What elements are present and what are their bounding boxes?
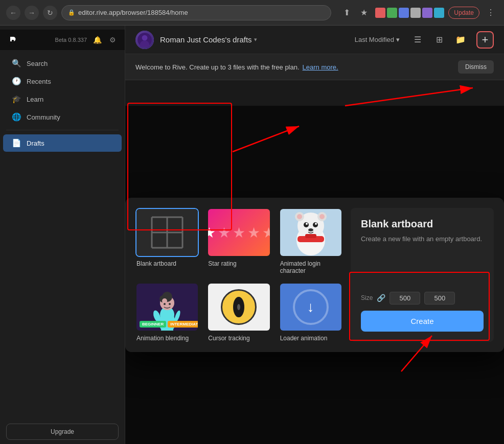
create-button[interactable]: Create	[361, 311, 484, 332]
settings-button[interactable]: ⚙	[106, 34, 119, 46]
eyeball	[221, 289, 257, 325]
sidebar-item-drafts-label: Drafts	[27, 139, 44, 147]
svg-point-18	[315, 223, 317, 225]
sidebar-item-drafts[interactable]: 📄 Drafts	[3, 134, 122, 152]
ext-icon-3	[399, 8, 409, 18]
template-name-anim: Animation blending	[135, 335, 199, 342]
thumb-star-bg: ★ ★ ★ ★ ★	[208, 209, 269, 256]
bookmark-button[interactable]: ★	[357, 6, 371, 20]
svg-point-17	[306, 223, 308, 225]
template-name-star: Star rating	[207, 260, 270, 267]
refresh-button[interactable]: ↻	[43, 6, 57, 20]
template-name-cursor: Cursor tracking	[207, 335, 270, 342]
badge-beginner: Beginner	[140, 321, 166, 328]
view-folder-button[interactable]: 📁	[453, 32, 468, 48]
template-card-loader[interactable]: ↓ Loader animation	[279, 283, 342, 342]
template-card-cursor[interactable]: Cursor tracking	[207, 283, 270, 342]
svg-point-14	[319, 214, 325, 219]
thumb-login-bg	[280, 209, 341, 256]
svg-point-1	[142, 35, 148, 40]
template-card-star[interactable]: ★ ★ ★ ★ ★ Star rating	[207, 208, 270, 274]
template-thumb-star: ★ ★ ★ ★ ★	[207, 208, 270, 257]
link-icon: 🔗	[377, 294, 385, 302]
search-icon: 🔍	[11, 59, 21, 68]
ext-icon-4	[410, 8, 421, 18]
main-content: Roman Just Codes's drafts ▾ Last Modifie…	[125, 26, 504, 444]
loader-arrow-icon: ↓	[307, 299, 314, 315]
learn-icon: 🎓	[11, 95, 21, 104]
draft-title: Roman Just Codes's drafts ▾	[160, 35, 257, 44]
avatar	[135, 31, 154, 49]
new-file-button[interactable]: +	[476, 31, 494, 49]
height-input[interactable]	[424, 292, 455, 305]
template-card-anim[interactable]: Beginner Intermediate Expert Animation b…	[135, 283, 199, 342]
avatar-inner	[135, 31, 154, 49]
forward-button[interactable]: →	[25, 6, 39, 20]
svg-point-33	[169, 303, 171, 305]
thumb-blank-bg	[136, 209, 198, 256]
template-name-blank: Blank artboard	[135, 260, 199, 267]
svg-line-34	[345, 88, 473, 106]
learn-more-link[interactable]: Learn more.	[303, 63, 338, 71]
width-input[interactable]	[390, 292, 420, 305]
menu-button[interactable]: ⋮	[484, 6, 498, 20]
sidebar-icon-row: 🔔 ⚙	[91, 34, 119, 46]
sidebar-nav: 🔍 Search 🕐 Recents 🎓 Learn 🌐 Community 📄…	[0, 50, 125, 156]
draft-title-text: Roman Just Codes's drafts	[160, 35, 252, 44]
update-button[interactable]: Update	[448, 7, 479, 19]
new-file-modal: Blank artboard ★ ★ ★ ★	[125, 198, 504, 352]
thumb-cursor-bg	[208, 284, 269, 331]
size-label: Size	[361, 294, 373, 301]
sidebar-item-recents[interactable]: 🕐 Recents	[3, 73, 122, 90]
extension-icons	[375, 8, 444, 18]
pupil-inner	[237, 304, 240, 310]
detail-description: Create a new file with an empty artboard…	[361, 234, 484, 283]
thumb-anim-bg: Beginner Intermediate Expert	[136, 284, 198, 331]
upgrade-button[interactable]: Upgrade	[6, 424, 119, 440]
sidebar-item-community-label: Community	[27, 113, 60, 121]
template-thumb-cursor	[207, 283, 270, 332]
rive-logo	[6, 33, 20, 47]
address-bar[interactable]: 🔒 editor.rive.app/browser/188584/home	[61, 5, 331, 20]
sidebar-item-search[interactable]: 🔍 Search	[3, 55, 122, 72]
share-button[interactable]: ⬆	[339, 6, 354, 20]
community-icon: 🌐	[11, 112, 21, 122]
sidebar: Beta 0.8.337 🔔 ⚙ 🔍 Search 🕐 Recents 🎓 Le…	[0, 26, 125, 444]
detail-title: Blank artboard	[361, 218, 484, 230]
sidebar-item-learn[interactable]: 🎓 Learn	[3, 90, 122, 108]
sort-chevron: ▾	[396, 36, 400, 43]
thumb-loader-bg: ↓	[280, 284, 341, 331]
ext-icon-2	[387, 8, 397, 18]
lock-icon: 🔒	[68, 9, 75, 16]
app-layout: Beta 0.8.337 🔔 ⚙ 🔍 Search 🕐 Recents 🎓 Le…	[0, 26, 504, 444]
modal-overlay: Blank artboard ★ ★ ★ ★	[125, 106, 504, 444]
draft-title-chevron: ▾	[254, 36, 257, 43]
notifications-button[interactable]: 🔔	[91, 34, 103, 46]
size-row: Size 🔗	[361, 292, 484, 305]
stars-display: ★ ★ ★ ★ ★	[207, 224, 270, 241]
svg-point-31	[162, 298, 167, 303]
view-grid-button[interactable]: ⊞	[431, 32, 447, 48]
template-card-blank[interactable]: Blank artboard	[135, 208, 199, 274]
svg-point-32	[164, 303, 166, 305]
dismiss-button[interactable]: Dismiss	[458, 60, 494, 74]
files-area: Blank artboard ★ ★ ★ ★	[125, 80, 504, 444]
template-thumb-login	[279, 208, 342, 257]
welcome-text: Welcome to Rive. Create up to 3 files wi…	[135, 63, 300, 71]
loader-circle: ↓	[293, 289, 329, 325]
browser-actions: ⬆ ★	[339, 6, 371, 20]
sidebar-top-bar: Beta 0.8.337 🔔 ⚙	[0, 30, 125, 50]
back-button[interactable]: ←	[6, 6, 20, 20]
sidebar-item-community[interactable]: 🌐 Community	[3, 108, 122, 126]
template-thumb-blank	[135, 208, 199, 257]
template-card-login[interactable]: Animated login character	[279, 208, 342, 274]
template-thumb-loader: ↓	[279, 283, 342, 332]
sort-button[interactable]: Last Modified ▾	[351, 34, 404, 45]
sidebar-item-learn-label: Learn	[27, 96, 43, 103]
ext-icon-1	[375, 8, 385, 18]
template-thumb-anim: Beginner Intermediate Expert	[135, 283, 199, 332]
template-grid: Blank artboard ★ ★ ★ ★	[125, 198, 504, 352]
template-name-login: Animated login character	[279, 260, 342, 274]
view-list-button[interactable]: ☰	[410, 32, 425, 48]
template-name-loader: Loader animation	[279, 335, 342, 342]
